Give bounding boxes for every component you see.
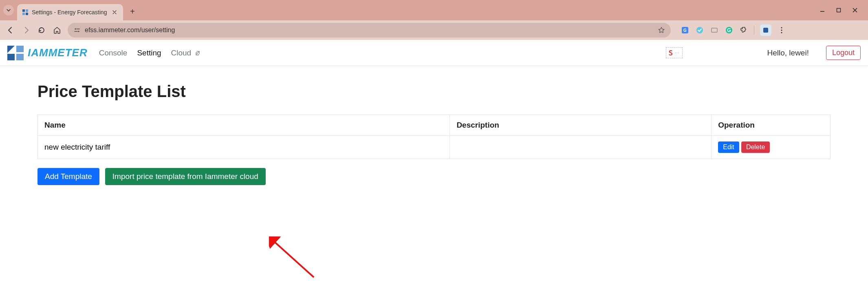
extensions-puzzle-icon[interactable] — [739, 26, 748, 35]
external-link-icon — [195, 50, 200, 57]
nav-setting[interactable]: Setting — [137, 49, 161, 57]
svg-rect-15 — [763, 28, 768, 33]
tab-favicon — [22, 9, 29, 15]
logo-mark-icon — [7, 46, 24, 60]
svg-rect-19 — [16, 46, 24, 52]
url-text: efss.iammeter.com/user/setting — [85, 27, 654, 34]
svg-rect-13 — [712, 28, 717, 32]
edit-button[interactable]: Edit — [718, 141, 739, 153]
svg-rect-2 — [22, 13, 25, 15]
import-template-button[interactable]: Import price template from Iammeter clou… — [105, 168, 266, 185]
tabs-dropdown-button[interactable] — [3, 5, 14, 15]
svg-point-17 — [781, 29, 782, 31]
svg-point-14 — [726, 27, 732, 33]
extension-icons: G — [676, 24, 786, 36]
reload-button[interactable] — [37, 25, 46, 35]
window-minimize-button[interactable] — [818, 6, 826, 14]
greeting-text: Hello, lewei! — [767, 49, 809, 57]
table-row: new electricity tariff Edit Delete — [38, 136, 831, 159]
forward-button[interactable] — [21, 25, 31, 35]
logout-button[interactable]: Logout — [826, 46, 861, 60]
extension-icon[interactable] — [710, 26, 719, 35]
app-header: IAMMETER Console Setting Cloud S◦◦ Hello… — [0, 40, 868, 66]
nav-console[interactable]: Console — [99, 49, 128, 57]
add-template-button[interactable]: Add Template — [37, 168, 99, 185]
site-settings-icon[interactable] — [73, 27, 81, 34]
svg-point-16 — [781, 27, 782, 28]
table-header-row: Name Description Operation — [38, 115, 831, 136]
delete-button[interactable]: Delete — [741, 141, 770, 153]
home-button[interactable] — [52, 25, 62, 35]
cell-operation: Edit Delete — [712, 136, 831, 159]
profile-avatar[interactable] — [760, 24, 771, 36]
svg-point-8 — [78, 31, 79, 32]
svg-rect-20 — [7, 54, 15, 60]
cell-name: new electricity tariff — [38, 136, 450, 159]
window-maximize-button[interactable] — [835, 6, 843, 14]
main-content: Price Template List Name Description Ope… — [0, 66, 868, 201]
svg-point-18 — [781, 32, 782, 33]
browser-toolbar: efss.iammeter.com/user/setting G — [0, 20, 868, 40]
cell-description — [450, 136, 712, 159]
window-close-button[interactable] — [851, 6, 859, 14]
svg-rect-0 — [22, 9, 25, 12]
column-header-operation: Operation — [712, 115, 831, 136]
annotation-arrow-icon — [269, 236, 318, 281]
svg-rect-3 — [26, 13, 28, 15]
browser-menu-button[interactable] — [777, 26, 786, 35]
svg-line-22 — [273, 241, 314, 277]
column-header-name: Name — [38, 115, 450, 136]
svg-point-6 — [75, 28, 76, 29]
template-table: Name Description Operation new electrici… — [37, 115, 831, 159]
browser-tab[interactable]: Settings - Energy Forecasting — [17, 4, 123, 20]
svg-rect-21 — [16, 54, 24, 60]
brand-name: IAMMETER — [28, 46, 88, 59]
new-tab-button[interactable]: + — [126, 5, 139, 18]
bookmark-star-icon[interactable] — [658, 27, 665, 34]
brand-logo[interactable]: IAMMETER — [7, 46, 88, 60]
tab-title: Settings - Energy Forecasting — [32, 9, 108, 15]
extension-icon[interactable] — [695, 26, 704, 35]
app-nav: Console Setting Cloud — [99, 49, 201, 57]
svg-text:G: G — [683, 28, 687, 33]
translate-extension-icon[interactable]: G — [681, 26, 690, 35]
column-header-description: Description — [450, 115, 712, 136]
tab-close-button[interactable] — [111, 9, 118, 16]
page-title: Price Template List — [37, 82, 831, 101]
nav-cloud[interactable]: Cloud — [171, 49, 201, 57]
nav-cloud-label: Cloud — [171, 49, 192, 57]
status-badge: S◦◦ — [666, 47, 683, 58]
window-controls — [818, 6, 865, 14]
svg-rect-5 — [837, 9, 841, 12]
action-row: Add Template Import price template from … — [37, 168, 831, 185]
svg-point-12 — [696, 27, 703, 33]
grammarly-extension-icon[interactable] — [725, 26, 734, 35]
address-bar[interactable]: efss.iammeter.com/user/setting — [68, 23, 671, 38]
back-button[interactable] — [6, 25, 15, 35]
svg-rect-1 — [26, 9, 28, 12]
browser-tab-strip: Settings - Energy Forecasting + — [0, 0, 868, 20]
